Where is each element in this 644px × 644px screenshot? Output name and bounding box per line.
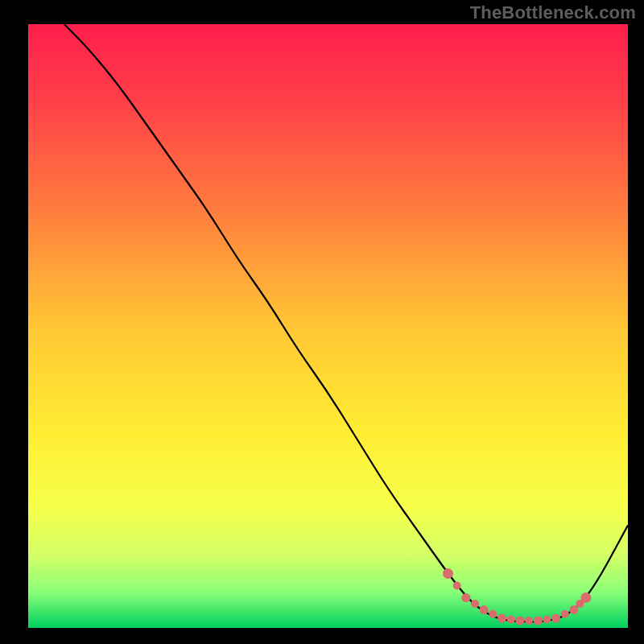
sweet-spot-dot xyxy=(534,617,543,625)
sweet-spot-dot xyxy=(580,592,591,603)
sweet-spot-dot xyxy=(561,610,569,618)
sweet-spot-dot xyxy=(507,616,515,624)
sweet-spot-dot xyxy=(443,568,453,579)
watermark-text: TheBottleneck.com xyxy=(470,2,636,23)
gradient-background xyxy=(28,24,628,628)
sweet-spot-dot xyxy=(551,614,560,623)
sweet-spot-dot xyxy=(525,617,533,625)
sweet-spot-dot xyxy=(489,610,497,618)
bottleneck-plot xyxy=(0,0,644,644)
sweet-spot-dot xyxy=(543,616,551,624)
sweet-spot-dot xyxy=(515,617,524,625)
sweet-spot-dot xyxy=(453,582,461,590)
sweet-spot-dot xyxy=(471,600,479,608)
sweet-spot-dot xyxy=(480,605,489,614)
sweet-spot-dot xyxy=(569,605,578,614)
sweet-spot-dot xyxy=(461,593,470,602)
chart-stage: TheBottleneck.com xyxy=(0,0,644,644)
sweet-spot-dot xyxy=(497,614,506,623)
